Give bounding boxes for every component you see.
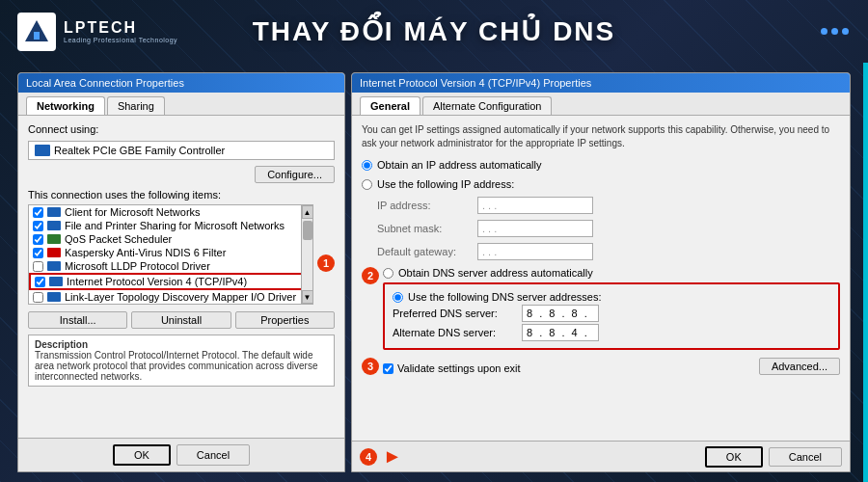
uninstall-button[interactable]: Uninstall xyxy=(131,311,231,329)
list-item-ipv4[interactable]: Internet Protocol Version 4 (TCP/IPv4) xyxy=(29,273,312,290)
item-label-5: Microsoft LLDP Protocol Driver xyxy=(65,260,210,272)
ip-auto-radio[interactable] xyxy=(362,160,372,171)
list-item[interactable]: File and Printer Sharing for Microsoft N… xyxy=(29,219,312,232)
right-panel-title: Internet Protocol Version 4 (TCP/IPv4) P… xyxy=(360,77,591,89)
right-panel-titlebar: Internet Protocol Version 4 (TCP/IPv4) P… xyxy=(352,73,850,93)
ip-manual-radio[interactable] xyxy=(362,179,372,190)
alternate-dns-label: Alternate DNS server: xyxy=(393,327,518,338)
description-label: Description xyxy=(35,339,88,350)
scrollbar[interactable]: ▲ ▼ xyxy=(301,205,312,304)
dot3 xyxy=(842,28,849,35)
advanced-button[interactable]: Advanced... xyxy=(759,358,840,375)
dns-manual-radio[interactable] xyxy=(393,292,403,303)
item-icon-4 xyxy=(47,248,61,257)
dns-auto-radio[interactable] xyxy=(383,268,393,279)
right-cancel-button[interactable]: Cancel xyxy=(769,447,842,467)
scroll-thumb[interactable] xyxy=(303,221,312,240)
item-icon-6 xyxy=(49,277,63,286)
alternate-dns-input[interactable] xyxy=(522,324,599,341)
info-text: You can get IP settings assigned automat… xyxy=(362,123,840,149)
item-icon-1 xyxy=(47,207,61,217)
validate-row: Validate settings upon exit xyxy=(383,362,521,374)
item-checkbox-3[interactable] xyxy=(33,234,43,245)
subnet-row: Subnet mask: xyxy=(377,220,840,237)
item-icon-3 xyxy=(47,234,61,244)
right-panel: Internet Protocol Version 4 (TCP/IPv4) P… xyxy=(351,72,851,472)
configure-button[interactable]: Configure... xyxy=(255,166,335,183)
step4-badge: 4 xyxy=(360,448,377,466)
preferred-dns-input[interactable] xyxy=(522,305,599,322)
item-label-7: Link-Layer Topology Discovery Mapper I/O… xyxy=(65,291,296,303)
list-item[interactable]: QoS Packet Scheduler xyxy=(29,232,312,246)
items-label: This connection uses the following items… xyxy=(28,189,335,201)
list-item[interactable]: Client for Microsoft Networks xyxy=(29,205,312,219)
left-panel-title: Local Area Connection Properties xyxy=(26,77,184,89)
header: LPTECH Leading Professional Technology T… xyxy=(0,0,868,63)
install-button[interactable]: Install... xyxy=(28,311,127,329)
dot2 xyxy=(831,28,838,35)
ip-manual-radio-row: Use the following IP address: xyxy=(362,178,840,190)
list-item[interactable]: Microsoft LLDP Protocol Driver xyxy=(29,259,312,273)
adapter-name: Realtek PCIe GBE Family Controller xyxy=(54,145,225,156)
adapter-icon xyxy=(35,145,50,156)
tab-networking[interactable]: Networking xyxy=(26,96,105,115)
left-bottom-buttons: OK Cancel xyxy=(18,438,344,471)
description-text: Transmission Control Protocol/Internet P… xyxy=(35,350,317,382)
list-item[interactable]: Kaspersky Anti-Virus NDIS 6 Filter xyxy=(29,246,312,259)
step4-row: 4 ► OK Cancel xyxy=(352,441,850,471)
item-checkbox-1[interactable] xyxy=(33,207,43,218)
item-label-4: Kaspersky Anti-Virus NDIS 6 Filter xyxy=(65,247,226,258)
ip-address-input[interactable] xyxy=(477,197,593,214)
scroll-down[interactable]: ▼ xyxy=(302,290,313,304)
dns-manual-label: Use the following DNS server addresses: xyxy=(408,291,602,303)
item-label-3: QoS Packet Scheduler xyxy=(65,233,172,245)
dots-menu xyxy=(821,28,849,35)
connect-using-label: Connect using: xyxy=(28,123,335,135)
list-buttons: Install... Uninstall Properties xyxy=(28,311,335,329)
tab-general[interactable]: General xyxy=(360,96,420,115)
list-item[interactable]: Link-Layer Topology Discovery Mapper I/O… xyxy=(29,290,312,304)
ip-auto-radio-row: Obtain an IP address automatically xyxy=(362,159,840,171)
item-checkbox-2[interactable] xyxy=(33,221,43,231)
svg-rect-1 xyxy=(34,32,40,40)
logo-text: LPTECH Leading Professional Technology xyxy=(64,19,177,43)
step1-badge: 1 xyxy=(317,254,335,272)
item-checkbox-5[interactable] xyxy=(33,261,43,272)
left-panel-titlebar: Local Area Connection Properties xyxy=(18,73,344,93)
preferred-dns-row: Preferred DNS server: xyxy=(393,305,830,322)
ip-address-label: IP address: xyxy=(377,200,474,211)
main-content: Local Area Connection Properties Network… xyxy=(0,63,868,482)
subnet-label: Subnet mask: xyxy=(377,223,474,234)
item-checkbox-4[interactable] xyxy=(33,248,43,258)
scroll-up[interactable]: ▲ xyxy=(302,205,313,219)
subnet-input[interactable] xyxy=(477,220,593,237)
gateway-input[interactable] xyxy=(477,243,593,260)
step2-badge: 2 xyxy=(362,267,379,284)
left-panel-body: Connect using: Realtek PCIe GBE Family C… xyxy=(18,116,344,438)
logo-sub: Leading Professional Technology xyxy=(64,37,177,43)
properties-button[interactable]: Properties xyxy=(235,311,335,329)
tab-sharing[interactable]: Sharing xyxy=(107,96,165,115)
item-checkbox-7[interactable] xyxy=(33,292,43,303)
item-label-1: Client for Microsoft Networks xyxy=(65,206,201,218)
item-label-6: Internet Protocol Version 4 (TCP/IPv4) xyxy=(67,276,247,287)
validate-checkbox[interactable] xyxy=(383,363,393,374)
ip-manual-label: Use the following IP address: xyxy=(377,178,514,190)
tab-alternate-config[interactable]: Alternate Configuration xyxy=(422,96,553,115)
left-ok-button[interactable]: OK xyxy=(113,444,171,466)
dns-manual-radio-row: Use the following DNS server addresses: xyxy=(393,291,830,303)
right-panel-tabs: General Alternate Configuration xyxy=(352,93,850,116)
item-label-2: File and Printer Sharing for Microsoft N… xyxy=(65,220,285,231)
logo-main: LPTECH xyxy=(64,19,177,37)
ip-auto-label: Obtain an IP address automatically xyxy=(377,159,541,171)
left-cancel-button[interactable]: Cancel xyxy=(176,444,250,466)
adapter-box: Realtek PCIe GBE Family Controller xyxy=(28,141,335,160)
arrow-icon: ► xyxy=(383,445,402,468)
item-icon-5 xyxy=(47,261,61,271)
item-checkbox-6[interactable] xyxy=(35,277,45,287)
right-ok-button[interactable]: OK xyxy=(705,446,763,468)
dns-auto-radio-row: Obtain DNS server address automatically xyxy=(383,267,840,279)
logo-area: LPTECH Leading Professional Technology xyxy=(17,13,177,51)
left-panel-tabs: Networking Sharing xyxy=(18,93,344,116)
left-panel: Local Area Connection Properties Network… xyxy=(17,72,345,472)
